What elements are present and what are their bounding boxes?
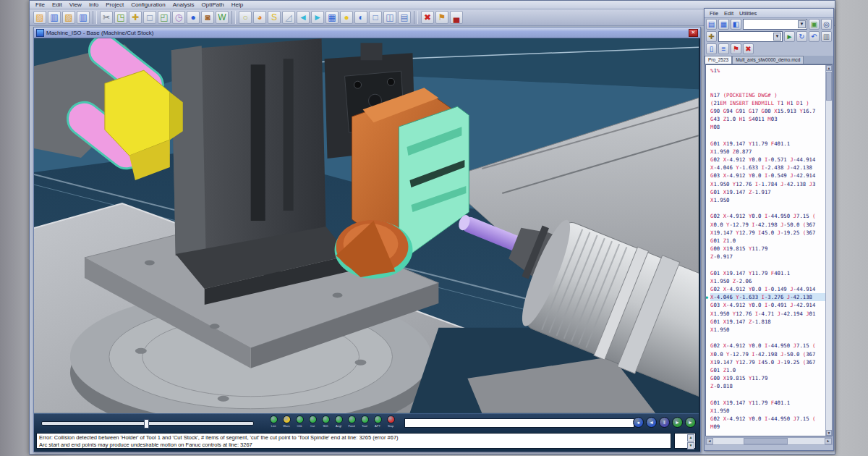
goto-line-icon[interactable]: ✚ [706, 31, 717, 42]
play-button[interactable]: ► [685, 417, 696, 428]
viewport-title-bar[interactable]: Machine_ISO - Base (Machine/Cut Stock) ✕ [34, 28, 700, 38]
gcode-line: G02 X-4.912 Y0.0 I-44.950 J7.15 ( [710, 342, 826, 350]
zoom-window-icon[interactable]: ◰ [158, 11, 171, 24]
spin-down-icon[interactable]: ▼ [687, 442, 694, 449]
lightning-icon[interactable]: S [268, 11, 281, 24]
arrow-right-icon[interactable]: ► [311, 11, 324, 24]
region-select-icon[interactable]: ◻ [143, 11, 156, 24]
ball-orange-icon[interactable]: ◕ [253, 11, 266, 24]
nc-list-icon[interactable]: ▦ [718, 19, 729, 30]
layout-rows-icon[interactable]: ▤ [398, 11, 411, 24]
status-light-angl[interactable]: Angl [332, 415, 345, 428]
graph-icon[interactable]: W [216, 11, 229, 24]
close-window-icon[interactable]: ✖ [421, 11, 434, 24]
cut-model-icon[interactable]: ✂ [100, 11, 113, 24]
arrow-left-icon[interactable]: ◄ [297, 11, 310, 24]
nc-code-area[interactable]: %1%N17 (POCKETING DWG# )(21EM INSERT END… [705, 64, 833, 436]
machine-3d-viewport[interactable] [34, 38, 699, 413]
gcode-line: ◆X-4.046 Y-1.633 I-3.276 J-42.138 [710, 293, 826, 301]
layout-split-icon[interactable]: ◫ [383, 11, 396, 24]
nc-program-window: FileEditUtilities ▤▦◧▼▣◎✚▼►↻↶▥▯≡⚑✖ Pro_2… [704, 8, 834, 451]
stats-icon[interactable]: ▄ [450, 11, 463, 24]
open-file-icon[interactable]: ▨ [62, 11, 75, 24]
material-icon[interactable]: ◙ [201, 11, 214, 24]
nc-edit-icon[interactable]: ◧ [731, 19, 741, 30]
step-button[interactable]: ► [672, 417, 683, 428]
undo-icon[interactable]: ↶ [809, 31, 820, 42]
scroll-up-icon[interactable]: ▲ [826, 65, 832, 71]
status-light-lmt[interactable]: Lmt [267, 415, 280, 428]
spin-up-icon[interactable]: ▲ [687, 434, 694, 442]
chevron-down-icon[interactable]: ▼ [798, 20, 806, 28]
status-light-warn[interactable]: Warn [280, 415, 293, 428]
scroll-left-icon[interactable]: ◄ [706, 438, 713, 444]
reset-button[interactable]: ● [633, 417, 644, 428]
measure-icon[interactable]: ◿ [282, 11, 295, 24]
save-project-icon[interactable]: ▥ [48, 11, 61, 24]
open-project-icon[interactable]: ▨ [33, 11, 46, 24]
print-icon[interactable]: ▥ [821, 31, 832, 42]
info-icon[interactable]: ▯ [706, 43, 717, 54]
speed-spinbox[interactable]: ▲ ▼ [674, 433, 696, 449]
progress-slider-handle[interactable] [144, 419, 149, 428]
pause-button[interactable]: ‖ [659, 417, 670, 428]
tool-manager-icon[interactable]: ✚ [129, 11, 142, 24]
scroll-right-icon[interactable]: ► [825, 438, 832, 444]
chevron-down-icon[interactable]: ▼ [773, 33, 781, 41]
gcode-line: G01 Z1.0 [710, 366, 826, 374]
loop-icon[interactable]: ↻ [796, 31, 807, 42]
ball-duo-icon[interactable]: ◐ [354, 11, 367, 24]
nc-menu-edit[interactable]: Edit [721, 10, 736, 17]
progress-slider[interactable] [41, 421, 254, 426]
menu-project[interactable]: Project [103, 1, 127, 8]
scroll-down-icon[interactable]: ▼ [826, 430, 832, 436]
nc-menu-utilities[interactable]: Utilities [736, 10, 760, 17]
menu-help[interactable]: Help [229, 1, 246, 8]
status-light-stop[interactable]: Stop [384, 415, 397, 428]
nc-program-icon[interactable]: ▤ [706, 19, 717, 30]
menu-optipath[interactable]: OptiPath [199, 1, 227, 8]
hscroll-thumb[interactable] [744, 438, 788, 444]
compare-icon[interactable]: ≡ [718, 43, 729, 54]
expand-icon[interactable]: ▣ [809, 19, 820, 30]
view-sphere-icon[interactable]: ● [187, 11, 200, 24]
code-vertical-scrollbar[interactable]: ▲ ▼ [825, 65, 832, 436]
status-readout-field[interactable] [404, 418, 634, 428]
menu-info[interactable]: Info [86, 1, 101, 8]
status-light-cut[interactable]: Cut [306, 415, 319, 428]
menu-analysis[interactable]: Analysis [170, 1, 197, 8]
nc-tab-mult_axis_sfw0000_demo.mcd[interactable]: Mult_axis_sfw0000_demo.mcd [732, 56, 804, 64]
layout-single-icon[interactable]: □ [369, 11, 382, 24]
save-file-icon[interactable]: ▥ [77, 11, 90, 24]
status-light-shft[interactable]: Shft [319, 415, 332, 428]
filter-combo[interactable]: ▼ [743, 19, 807, 30]
reverse-button[interactable]: ◄ [646, 417, 657, 428]
search-binoculars-icon[interactable]: ◎ [821, 19, 832, 30]
status-light-chk[interactable]: Chk [293, 415, 306, 428]
gcode-line [710, 75, 826, 83]
menu-edit[interactable]: Edit [49, 1, 65, 8]
message-log[interactable]: Error: Collision detected between 'Holde… [36, 433, 671, 449]
search-combo[interactable]: ▼ [718, 31, 783, 42]
zoom-clock-icon[interactable]: ◷ [172, 11, 185, 24]
lamp-icon[interactable]: ○ [239, 11, 252, 24]
gcode-line: X19.147 Y12.79 I45.0 J-19.25 (367 [710, 358, 826, 366]
code-horizontal-scrollbar[interactable]: ◄ ► [705, 437, 833, 445]
step-icon[interactable]: ► [784, 31, 795, 42]
tool-alert-icon[interactable]: ⚑ [435, 11, 448, 24]
nc-menu-file[interactable]: File [707, 10, 721, 17]
viewport-close-button[interactable]: ✕ [689, 29, 698, 37]
status-light-apt[interactable]: APT [371, 415, 384, 428]
bookmark-flag-icon[interactable]: ⚑ [731, 43, 741, 54]
menu-configuration[interactable]: Configuration [128, 1, 169, 8]
status-light-tool[interactable]: Tool [358, 415, 371, 428]
open-directory-icon[interactable]: ◳ [114, 11, 127, 24]
menu-file[interactable]: File [33, 1, 48, 8]
nc-tab-pro_2523[interactable]: Pro_2523 [705, 56, 732, 64]
vscroll-thumb[interactable] [826, 72, 832, 101]
quad-view-icon[interactable]: ▦ [326, 11, 339, 24]
status-light-feed[interactable]: Feed [345, 415, 358, 428]
menu-view[interactable]: View [67, 1, 85, 8]
close-file-icon[interactable]: ✖ [743, 43, 754, 54]
ball-yellow-icon[interactable]: ● [340, 11, 353, 24]
